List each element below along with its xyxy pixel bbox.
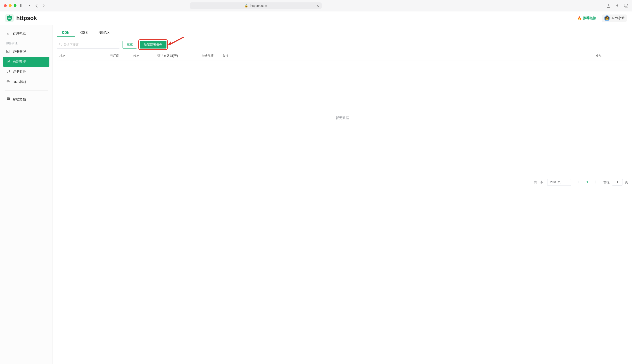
create-deploy-task-button[interactable]: 新建部署任务	[140, 40, 166, 48]
col-remark: 备注	[220, 51, 593, 60]
window-traffic-lights	[4, 4, 16, 7]
lock-icon: 🔒	[244, 4, 248, 8]
user-name: Alex小新	[612, 16, 624, 20]
svg-marker-19	[168, 42, 172, 46]
sidebar-item-dns[interactable]: DNS DNS解析	[3, 77, 50, 87]
col-auto: 自动部署	[199, 51, 220, 60]
svg-text:DNS: DNS	[7, 81, 10, 82]
app-header: SSL httpsok 🔥 推荐链接 🧑 Alex小新	[0, 12, 632, 25]
promo-link[interactable]: 🔥 推荐链接	[578, 16, 596, 20]
svg-rect-15	[7, 99, 9, 99]
chevron-down-icon: ⌄	[566, 181, 568, 184]
svg-rect-0	[21, 4, 24, 7]
sidebar-item-cert-monitor[interactable]: 证书监控	[3, 67, 50, 77]
docs-icon	[6, 97, 10, 101]
search-input[interactable]	[57, 40, 120, 48]
pagination-total: 共 0 条	[534, 180, 544, 184]
tab-overview-icon[interactable]	[624, 4, 628, 8]
page-goto: 前往 页	[604, 179, 628, 186]
table-header: 域名 云厂商 状态 证书有效期(天) 自动部署 备注 操作	[57, 51, 628, 61]
svg-rect-5	[624, 4, 627, 6]
search-icon	[59, 43, 62, 46]
svg-line-17	[61, 45, 62, 46]
pagination: 共 0 条 20条/页 ⌄ 〈 1 〉 前往 页	[57, 179, 628, 186]
avatar: 🧑	[604, 15, 610, 21]
dns-icon: DNS	[6, 80, 10, 84]
browser-chrome: ▾ 🔒 httpsok.com ↻ +	[0, 0, 632, 12]
toolbar: 搜索 新建部署任务	[57, 40, 628, 48]
nav-forward-icon[interactable]	[42, 4, 46, 8]
col-vendor: 云厂商	[108, 51, 131, 60]
col-expiry: 证书有效期(天)	[155, 51, 199, 60]
sidebar-item-label: 证书管理	[13, 50, 26, 54]
monitor-shield-icon	[6, 70, 10, 74]
address-url: httpsok.com	[250, 4, 267, 8]
sidebar-toggle-icon[interactable]	[20, 4, 24, 8]
window-zoom-button[interactable]	[14, 4, 16, 7]
app-logo[interactable]: SSL httpsok	[5, 14, 37, 22]
svg-point-10	[7, 60, 10, 63]
home-icon: ⌂	[6, 32, 10, 35]
page-goto-input[interactable]	[612, 179, 623, 186]
app-logo-text: httpsok	[16, 15, 37, 22]
sidebar-item-overview[interactable]: ⌂ 首页概览	[3, 28, 50, 38]
page-size-select[interactable]: 20条/页 ⌄	[547, 179, 571, 186]
shield-ssl-icon: SSL	[5, 14, 14, 22]
svg-line-18	[170, 37, 184, 44]
window-minimize-button[interactable]	[9, 4, 12, 7]
page-next-button[interactable]: 〉	[593, 179, 600, 185]
tab-nginx[interactable]: NGINX	[93, 28, 115, 37]
main-content: CDN OSS NGINX 搜索 新建部署任务 域名 云厂商	[53, 25, 632, 364]
col-op: 操作	[593, 51, 628, 60]
sidebar-item-cert-manage[interactable]: 证书管理	[3, 46, 50, 57]
sidebar-item-label: 证书监控	[13, 70, 26, 74]
address-bar[interactable]: 🔒 httpsok.com ↻	[190, 2, 322, 9]
sidebar-item-help[interactable]: 帮助文档	[3, 94, 50, 104]
sidebar-item-label: 首页概览	[13, 31, 26, 35]
annotation-arrow-icon	[167, 37, 184, 46]
col-domain: 域名	[57, 51, 108, 60]
nav-back-icon[interactable]	[34, 4, 38, 8]
page-number-current[interactable]: 1	[585, 180, 590, 184]
svg-rect-7	[6, 50, 9, 53]
sidebar-section-label: 服务管理	[3, 38, 50, 46]
fire-icon: 🔥	[578, 16, 582, 20]
sidebar: ⌂ 首页概览 服务管理 证书管理 自动部署 证书监控 DNS DNS解	[0, 25, 53, 364]
page-prev-button[interactable]: 〈	[575, 179, 581, 185]
sidebar-item-label: 帮助文档	[13, 97, 26, 102]
reload-icon[interactable]: ↻	[317, 4, 320, 8]
sidebar-item-label: DNS解析	[13, 80, 26, 84]
table-empty-text: 暂无数据	[57, 61, 628, 175]
sidebar-divider	[5, 90, 48, 91]
deploy-table: 域名 云厂商 状态 证书有效期(天) 自动部署 备注 操作 暂无数据	[57, 51, 628, 175]
promo-label: 推荐链接	[583, 16, 596, 20]
share-icon[interactable]	[606, 4, 610, 8]
search-button[interactable]: 搜索	[122, 40, 137, 48]
user-menu[interactable]: 🧑 Alex小新	[602, 14, 627, 22]
cert-icon	[6, 50, 10, 54]
new-tab-icon[interactable]: +	[615, 4, 619, 8]
col-status: 状态	[131, 51, 155, 60]
sidebar-item-label: 自动部署	[13, 60, 26, 64]
window-close-button[interactable]	[4, 4, 7, 7]
tab-cdn[interactable]: CDN	[57, 28, 75, 37]
svg-point-16	[59, 43, 61, 45]
tab-bar: CDN OSS NGINX	[57, 28, 628, 37]
chevron-down-icon[interactable]: ▾	[28, 4, 32, 8]
tab-oss[interactable]: OSS	[75, 28, 93, 37]
svg-text:SSL: SSL	[8, 17, 11, 19]
sidebar-item-auto-deploy[interactable]: 自动部署	[3, 57, 50, 67]
deploy-icon	[6, 60, 10, 64]
